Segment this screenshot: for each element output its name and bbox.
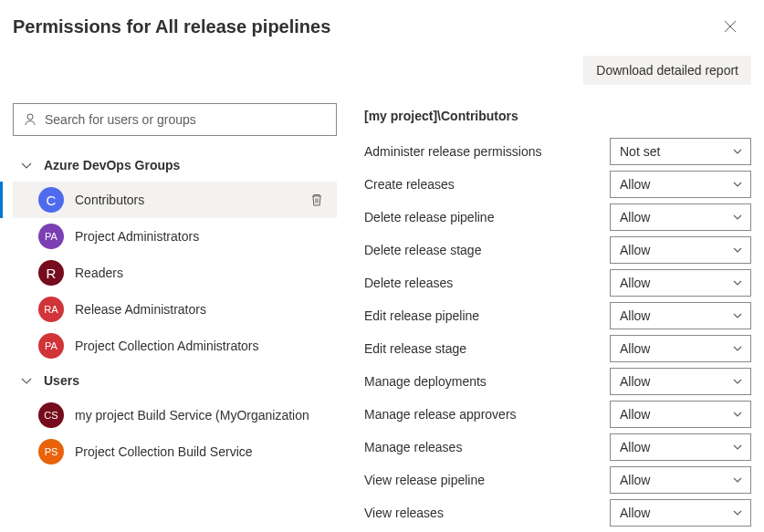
- permission-value: Allow: [620, 243, 650, 257]
- group-item[interactable]: RARelease Administrators: [13, 291, 337, 328]
- group-item[interactable]: PAProject Collection Administrators: [13, 328, 337, 364]
- user-name: my project Build Service (MyOrganization: [75, 408, 328, 422]
- chevron-down-icon: [732, 277, 743, 288]
- users-section-label: Users: [44, 373, 79, 388]
- identity-list-pane: Azure DevOps Groups CContributorsPAProje…: [13, 103, 337, 532]
- permission-row: View release pipelineAllow: [364, 466, 751, 494]
- permission-value: Allow: [620, 341, 650, 356]
- groups-section-header[interactable]: Azure DevOps Groups: [13, 149, 337, 182]
- chevron-down-icon: [20, 159, 33, 172]
- permission-value: Allow: [620, 308, 650, 323]
- group-name: Project Collection Administrators: [75, 339, 328, 353]
- chevron-down-icon: [732, 507, 743, 518]
- close-button[interactable]: [717, 16, 744, 39]
- permission-label: Delete release stage: [364, 243, 481, 257]
- permission-select[interactable]: Allow: [610, 401, 751, 428]
- group-item[interactable]: PAProject Administrators: [13, 218, 337, 255]
- delete-icon[interactable]: [309, 193, 324, 207]
- permission-label: Edit release stage: [364, 341, 466, 356]
- permission-select[interactable]: Allow: [610, 433, 751, 461]
- download-report-button[interactable]: Download detailed report: [583, 56, 751, 85]
- chevron-down-icon: [732, 179, 743, 190]
- group-name: Project Administrators: [75, 229, 328, 244]
- permission-value: Allow: [620, 473, 650, 487]
- permission-select[interactable]: Allow: [610, 335, 751, 362]
- permission-row: Manage releasesAllow: [364, 433, 751, 461]
- avatar: C: [38, 187, 64, 213]
- permission-label: Delete release pipeline: [364, 210, 494, 224]
- permission-value: Allow: [620, 506, 650, 520]
- permission-value: Allow: [620, 210, 650, 224]
- permission-label: View releases: [364, 506, 444, 520]
- avatar: PS: [38, 439, 64, 464]
- group-name: Contributors: [75, 193, 309, 207]
- permission-select[interactable]: Allow: [610, 302, 751, 329]
- group-name: Readers: [75, 266, 328, 280]
- permission-label: Delete releases: [364, 276, 453, 290]
- group-item[interactable]: CContributors: [13, 182, 337, 218]
- chevron-down-icon: [732, 343, 743, 354]
- permission-value: Allow: [620, 407, 650, 422]
- permission-value: Allow: [620, 177, 650, 192]
- permission-label: View release pipeline: [364, 473, 485, 487]
- permission-row: View releasesAllow: [364, 499, 751, 527]
- permissions-table: Administer release permissionsNot setCre…: [364, 138, 751, 527]
- permission-row: Edit release stageAllow: [364, 335, 751, 362]
- user-item[interactable]: CSmy project Build Service (MyOrganizati…: [13, 397, 337, 433]
- permission-row: Edit release pipelineAllow: [364, 302, 751, 329]
- chevron-down-icon: [732, 475, 743, 485]
- person-search-icon: [23, 112, 37, 127]
- permission-row: Manage release approversAllow: [364, 401, 751, 428]
- permission-label: Create releases: [364, 177, 455, 192]
- permission-row: Delete release stageAllow: [364, 236, 751, 264]
- permission-label: Administer release permissions: [364, 144, 542, 159]
- permission-select[interactable]: Allow: [610, 236, 751, 264]
- permission-select[interactable]: Allow: [610, 269, 751, 297]
- permissions-detail-pane: [my project]\Contributors Administer rel…: [337, 103, 751, 532]
- permission-row: Manage deploymentsAllow: [364, 368, 751, 395]
- chevron-down-icon: [732, 376, 743, 387]
- permission-select[interactable]: Allow: [610, 499, 751, 527]
- permission-row: Delete release pipelineAllow: [364, 203, 751, 231]
- permission-value: Not set: [620, 144, 660, 159]
- close-icon: [724, 20, 737, 33]
- permission-label: Manage deployments: [364, 374, 487, 389]
- permission-select[interactable]: Allow: [610, 368, 751, 395]
- avatar: PA: [38, 333, 64, 359]
- avatar: R: [38, 260, 64, 286]
- users-list: CSmy project Build Service (MyOrganizati…: [13, 397, 337, 470]
- permission-select[interactable]: Allow: [610, 171, 751, 198]
- svg-point-0: [27, 114, 33, 120]
- permission-label: Manage release approvers: [364, 407, 517, 422]
- search-input[interactable]: [45, 112, 327, 127]
- permission-row: Delete releasesAllow: [364, 269, 751, 297]
- page-title: Permissions for All release pipelines: [13, 16, 330, 37]
- chevron-down-icon: [20, 374, 33, 387]
- groups-section-label: Azure DevOps Groups: [44, 158, 180, 172]
- permission-select[interactable]: Not set: [610, 138, 751, 165]
- chevron-down-icon: [732, 409, 743, 420]
- permission-select[interactable]: Allow: [610, 466, 751, 494]
- group-item[interactable]: RReaders: [13, 255, 337, 291]
- user-item[interactable]: PSProject Collection Build Service: [13, 433, 337, 470]
- permission-select[interactable]: Allow: [610, 203, 751, 231]
- selected-identity-title: [my project]\Contributors: [364, 103, 751, 123]
- group-name: Release Administrators: [75, 302, 328, 317]
- groups-list: CContributorsPAProject AdministratorsRRe…: [13, 182, 337, 364]
- chevron-down-icon: [732, 212, 743, 223]
- avatar: RA: [38, 297, 64, 322]
- chevron-down-icon: [732, 442, 743, 453]
- permission-label: Edit release pipeline: [364, 308, 479, 323]
- search-box[interactable]: [13, 103, 337, 136]
- chevron-down-icon: [732, 245, 743, 256]
- permission-row: Create releasesAllow: [364, 171, 751, 198]
- permission-value: Allow: [620, 276, 650, 290]
- avatar: PA: [38, 224, 64, 249]
- permission-value: Allow: [620, 374, 650, 389]
- chevron-down-icon: [732, 310, 743, 321]
- users-section-header[interactable]: Users: [13, 364, 337, 397]
- permission-label: Manage releases: [364, 440, 462, 454]
- avatar: CS: [38, 402, 64, 428]
- user-name: Project Collection Build Service: [75, 444, 328, 459]
- permission-row: Administer release permissionsNot set: [364, 138, 751, 165]
